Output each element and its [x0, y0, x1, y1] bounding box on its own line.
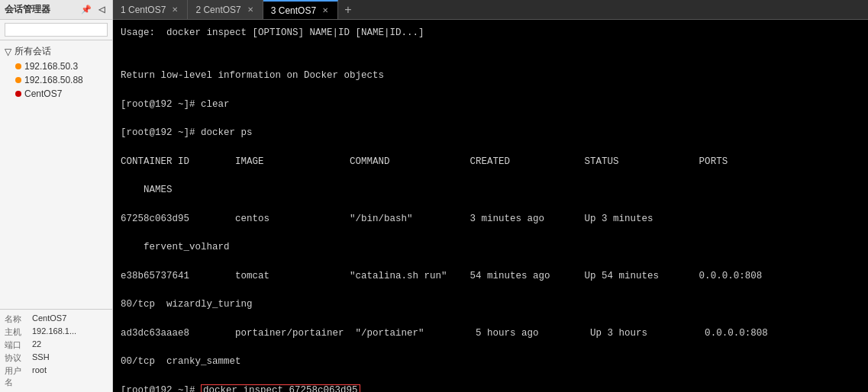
tab-2[interactable]: 2 CentOS7 ✕ [188, 0, 263, 19]
pin-icon[interactable]: 📌 [80, 4, 92, 16]
sidebar-info: 名称 CentOS7 主机 192.168.1... 端口 22 协议 SSH … [0, 309, 112, 392]
terminal-line-4: [root@192 ~]# docker ps [121, 126, 860, 140]
tab-1-label: 1 CentOS7 [121, 5, 166, 15]
status-dot-ip1 [15, 63, 21, 69]
tree-root-label: 所有会话 [15, 45, 51, 58]
info-label-protocol: 协议 [5, 352, 29, 364]
sidebar-title: 会话管理器 [5, 3, 50, 16]
info-value-port: 22 [32, 339, 41, 351]
sidebar: 会话管理器 📌 ◁ ▽ 所有会话 192.168.50.3 192.168.50… [0, 0, 113, 392]
terminal-line-9: e38b65737641 tomcat "catalina.sh run" 54… [121, 269, 860, 284]
terminal-line-5: CONTAINER ID IMAGE COMMAND CREATED STATU… [121, 155, 860, 169]
terminal-line-0: Usage: docker inspect [OPTIONS] NAME|ID … [121, 26, 860, 40]
sidebar-header: 会话管理器 📌 ◁ [0, 0, 112, 20]
info-row-username: 用户名 root [5, 365, 108, 389]
info-row-port: 端口 22 [5, 339, 108, 352]
info-label-name: 名称 [5, 313, 29, 325]
main-area: 1 CentOS7 ✕ 2 CentOS7 ✕ 3 CentOS7 ✕ + Us… [113, 0, 868, 392]
terminal-line-12: 00/tcp cranky_sammet [121, 355, 860, 369]
terminal-line-6: NAMES [121, 183, 860, 198]
sidebar-item-ip1-label: 192.168.50.3 [24, 61, 78, 72]
sidebar-item-ip2-label: 192.168.50.88 [24, 75, 83, 85]
tree-root-arrow: ▽ [5, 47, 11, 57]
terminal-line-13: [root@192 ~]# docker inspect 67258c063d9… [121, 384, 860, 392]
terminal-line-11: ad3dc63aaae8 portainer/portainer "/porta… [121, 326, 860, 341]
tab-1[interactable]: 1 CentOS7 ✕ [113, 0, 188, 19]
tab-add-icon: + [344, 3, 351, 17]
info-row-name: 名称 CentOS7 [5, 313, 108, 326]
info-value-name: CentOS7 [32, 313, 66, 325]
tab-3[interactable]: 3 CentOS7 ✕ [263, 0, 338, 19]
tab-add-button[interactable]: + [338, 0, 357, 19]
sidebar-search-container [0, 20, 112, 40]
terminal-line-3: [root@192 ~]# clear [121, 98, 860, 112]
status-dot-centos7 [15, 91, 21, 97]
sidebar-item-ip2[interactable]: 192.168.50.88 [0, 73, 112, 87]
sidebar-tree: ▽ 所有会话 192.168.50.3 192.168.50.88 CentOS… [0, 40, 112, 309]
sidebar-item-centos7-label: CentOS7 [24, 88, 62, 99]
terminal-line-7: 67258c063d95 centos "/bin/bash" 3 minute… [121, 212, 860, 227]
status-dot-ip2 [15, 77, 21, 83]
sidebar-header-icons: 📌 ◁ [80, 4, 108, 16]
info-value-host: 192.168.1... [32, 326, 76, 338]
info-row-host: 主机 192.168.1... [5, 326, 108, 339]
sidebar-item-all-sessions[interactable]: ▽ 所有会话 [0, 43, 112, 59]
sidebar-item-centos7[interactable]: CentOS7 [0, 87, 112, 101]
tab-2-close[interactable]: ✕ [246, 5, 255, 14]
info-value-protocol: SSH [32, 352, 50, 364]
terminal-line-10: 80/tcp wizardly_turing [121, 297, 860, 312]
terminal[interactable]: Usage: docker inspect [OPTIONS] NAME|ID … [113, 20, 868, 392]
search-input[interactable] [5, 23, 108, 37]
collapse-icon[interactable]: ◁ [95, 4, 108, 16]
tab-3-close[interactable]: ✕ [321, 6, 330, 15]
tab-1-close[interactable]: ✕ [170, 5, 179, 14]
tab-3-label: 3 CentOS7 [271, 5, 316, 16]
sidebar-item-ip1[interactable]: 192.168.50.3 [0, 59, 112, 73]
info-label-port: 端口 [5, 339, 29, 351]
tab-bar: 1 CentOS7 ✕ 2 CentOS7 ✕ 3 CentOS7 ✕ + [113, 0, 868, 20]
terminal-line-8: fervent_volhard [121, 240, 860, 255]
terminal-line-2: Return low-level information on Docker o… [121, 69, 860, 83]
info-label-host: 主机 [5, 326, 29, 338]
info-label-username: 用户名 [5, 365, 29, 388]
info-value-username: root [32, 365, 47, 388]
command-highlight: docker inspect 67258c063d95 [201, 384, 360, 392]
info-row-protocol: 协议 SSH [5, 352, 108, 365]
tab-2-label: 2 CentOS7 [195, 5, 240, 15]
